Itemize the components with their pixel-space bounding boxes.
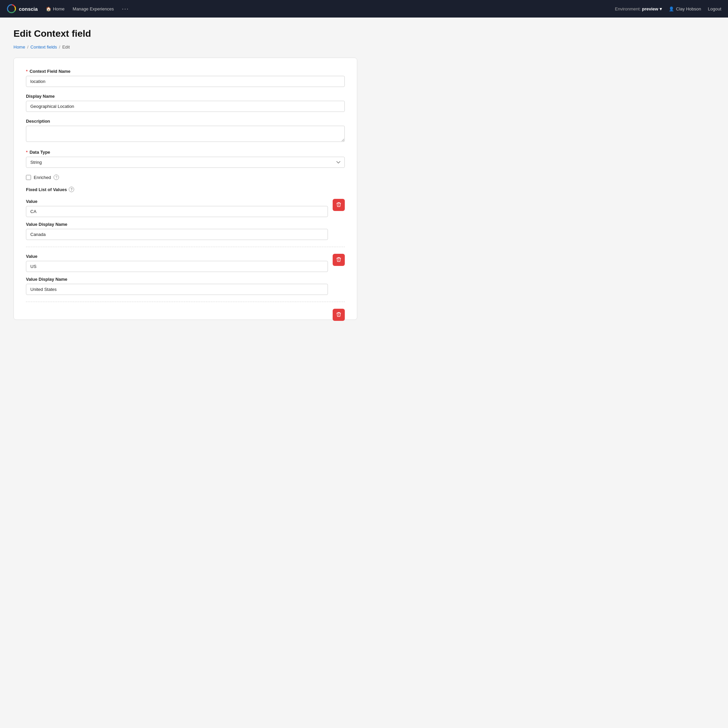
page-title: Edit Context field (14, 28, 357, 39)
required-star-2: * (26, 150, 28, 155)
fixed-list-help-icon[interactable]: ? (69, 187, 74, 192)
logo-text: conscia (19, 6, 38, 12)
value-1-label: Value (26, 199, 328, 204)
description-group: Description (26, 119, 345, 143)
user-icon: 👤 (669, 6, 674, 11)
navbar: conscia 🏠 Home Manage Experiences ··· En… (0, 0, 728, 18)
value-1-display-name-input[interactable] (26, 229, 328, 240)
value-1-label-group: Value (26, 199, 328, 217)
value-2-label: Value (26, 254, 328, 259)
value-entry-2: Value Value Display Name (26, 254, 345, 295)
value-entry-1: Value Value Display Name (26, 199, 345, 240)
trash-icon-1 (336, 202, 341, 208)
env-section: Environment: preview ▾ (615, 6, 662, 11)
data-type-label: * Data Type (26, 150, 345, 155)
nav-more-dots[interactable]: ··· (122, 5, 129, 12)
value-2-label-group: Value (26, 254, 328, 272)
breadcrumb-sep-1: / (27, 44, 29, 49)
value-1-fields: Value Value Display Name (26, 199, 345, 240)
value-2-display-name-group: Value Display Name (26, 277, 328, 295)
breadcrumb: Home / Context fields / Edit (14, 44, 357, 49)
display-name-group: Display Name (26, 94, 345, 112)
breadcrumb-sep-2: / (59, 44, 60, 49)
delete-value-3-button[interactable] (333, 309, 345, 321)
value-2-fields: Value Value Display Name (26, 254, 345, 295)
divider-1 (26, 247, 345, 247)
context-field-name-label: * Context Field Name (26, 69, 345, 74)
nav-manage-experiences[interactable]: Manage Experiences (73, 6, 114, 11)
data-type-group: * Data Type String Number Boolean (26, 150, 345, 168)
logo[interactable]: conscia (7, 4, 38, 14)
nav-right-section: Environment: preview ▾ 👤 Clay Hobson Log… (615, 6, 721, 11)
value-2-display-name-label: Value Display Name (26, 277, 328, 282)
description-input[interactable] (26, 126, 345, 142)
nav-user: 👤 Clay Hobson (669, 6, 701, 11)
value-2-input[interactable] (26, 261, 328, 272)
breadcrumb-home[interactable]: Home (14, 44, 25, 49)
description-label: Description (26, 119, 345, 124)
logout-button[interactable]: Logout (708, 6, 721, 11)
display-name-input[interactable] (26, 101, 345, 112)
enriched-label[interactable]: Enriched (34, 175, 51, 180)
context-field-name-input[interactable] (26, 76, 345, 87)
home-icon: 🏠 (46, 6, 51, 11)
value-1-display-name-group: Value Display Name (26, 222, 328, 240)
main-content: Edit Context field Home / Context fields… (0, 18, 371, 330)
breadcrumb-context-fields[interactable]: Context fields (30, 44, 57, 49)
nav-home[interactable]: 🏠 Home (46, 6, 65, 11)
value-1-display-name-label: Value Display Name (26, 222, 328, 227)
value-2-display-name-input[interactable] (26, 284, 328, 295)
enriched-help-icon[interactable]: ? (54, 174, 59, 180)
delete-value-2-button[interactable] (333, 254, 345, 266)
trash-icon-3 (336, 312, 341, 318)
value-1-input[interactable] (26, 206, 328, 217)
display-name-label: Display Name (26, 94, 345, 99)
data-type-select[interactable]: String Number Boolean (26, 157, 345, 168)
enriched-row: Enriched ? (26, 174, 345, 180)
required-star-1: * (26, 69, 28, 74)
context-field-name-group: * Context Field Name (26, 69, 345, 87)
fixed-list-section-title: Fixed List of Values ? (26, 187, 345, 192)
trash-icon-2 (336, 257, 341, 263)
breadcrumb-edit: Edit (62, 44, 70, 49)
enriched-checkbox[interactable] (26, 175, 31, 180)
delete-value-1-button[interactable] (333, 199, 345, 211)
form-card: * Context Field Name Display Name Descri… (14, 58, 357, 320)
